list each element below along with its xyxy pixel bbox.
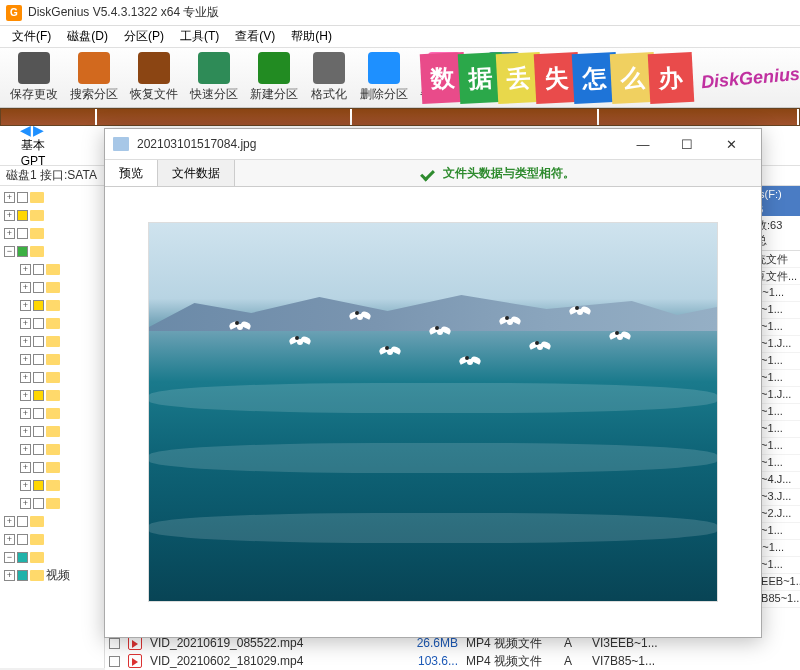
tree-toggle-icon[interactable]: + <box>20 390 31 401</box>
tree-checkbox[interactable] <box>17 228 28 239</box>
tree-checkbox[interactable] <box>33 462 44 473</box>
tree-row[interactable]: + <box>0 458 104 476</box>
tree-row[interactable]: − <box>0 242 104 260</box>
tree-checkbox[interactable] <box>33 444 44 455</box>
disk-map-segment[interactable] <box>352 109 599 125</box>
tree-toggle-icon[interactable]: + <box>4 534 15 545</box>
toolbar-label: 格式化 <box>311 86 347 103</box>
disk-map[interactable] <box>0 108 800 126</box>
tree-toggle-icon[interactable]: + <box>4 516 15 527</box>
table-row[interactable]: VID_20210602_181029.mp4103.6...MP4 视频文件A… <box>105 652 800 670</box>
tree-checkbox[interactable] <box>33 282 44 293</box>
tree-checkbox[interactable] <box>17 552 28 563</box>
row-checkbox[interactable] <box>109 638 120 649</box>
tree-row[interactable]: + <box>0 404 104 422</box>
menu-tools[interactable]: 工具(T) <box>172 26 227 47</box>
menu-partition[interactable]: 分区(P) <box>116 26 172 47</box>
tree-row[interactable]: + <box>0 512 104 530</box>
tree-checkbox[interactable] <box>17 570 28 581</box>
tree-checkbox[interactable] <box>17 516 28 527</box>
promo-banner: 数据丢失怎么办 DiskGenius <box>427 48 800 108</box>
tree-toggle-icon[interactable]: + <box>20 462 31 473</box>
tree-checkbox[interactable] <box>17 534 28 545</box>
tree-toggle-icon[interactable]: − <box>4 552 15 563</box>
tree-toggle-icon[interactable]: − <box>4 246 15 257</box>
tree-toggle-icon[interactable]: + <box>20 318 31 329</box>
toolbar-button-1[interactable]: 搜索分区 <box>64 50 124 105</box>
disk-map-segment[interactable] <box>599 109 799 125</box>
tree-checkbox[interactable] <box>33 480 44 491</box>
tree-toggle-icon[interactable]: + <box>20 336 31 347</box>
menu-view[interactable]: 查看(V) <box>227 26 283 47</box>
toolbar-button-0[interactable]: 保存更改 <box>4 50 64 105</box>
tree-toggle-icon[interactable]: + <box>20 300 31 311</box>
file-name: VID_20210619_085522.mp4 <box>150 636 390 650</box>
tree-row[interactable]: + <box>0 314 104 332</box>
tree-row[interactable]: + <box>0 188 104 206</box>
tree-row[interactable]: − <box>0 548 104 566</box>
maximize-button[interactable]: ☐ <box>665 130 709 158</box>
toolbar-button-3[interactable]: 快速分区 <box>184 50 244 105</box>
tree-checkbox[interactable] <box>33 408 44 419</box>
tree-row[interactable]: + <box>0 278 104 296</box>
tree-row[interactable]: + <box>0 494 104 512</box>
tree-row[interactable]: + <box>0 440 104 458</box>
tree-toggle-icon[interactable]: + <box>4 228 15 239</box>
nav-arrows-icon[interactable]: ◀▶ <box>20 122 46 138</box>
tree-checkbox[interactable] <box>33 426 44 437</box>
tree-toggle-icon[interactable]: + <box>20 498 31 509</box>
tree-row[interactable]: + <box>0 206 104 224</box>
tree-row[interactable]: + <box>0 260 104 278</box>
tree-toggle-icon[interactable]: + <box>20 408 31 419</box>
tree-checkbox[interactable] <box>17 246 28 257</box>
toolbar-button-2[interactable]: 恢复文件 <box>124 50 184 105</box>
tree-row[interactable]: + <box>0 332 104 350</box>
disk-map-segment[interactable] <box>97 109 352 125</box>
tree-checkbox[interactable] <box>17 210 28 221</box>
tree-checkbox[interactable] <box>17 192 28 203</box>
folder-tree[interactable]: +++−++++++++++++++++−+视频 <box>0 186 105 668</box>
tree-checkbox[interactable] <box>33 318 44 329</box>
minimize-button[interactable]: — <box>621 130 665 158</box>
tree-checkbox[interactable] <box>33 300 44 311</box>
tree-row[interactable]: + <box>0 350 104 368</box>
menu-help[interactable]: 帮助(H) <box>283 26 340 47</box>
tree-row[interactable]: + <box>0 530 104 548</box>
tree-row[interactable]: + <box>0 422 104 440</box>
toolbar-button-6[interactable]: 删除分区 <box>354 50 414 105</box>
preview-dialog: 202103101517084.jpg — ☐ ✕ 预览 文件数据 文件头数据与… <box>104 128 762 638</box>
tree-row[interactable]: +视频 <box>0 566 104 584</box>
tree-toggle-icon[interactable]: + <box>20 444 31 455</box>
tree-toggle-icon[interactable]: + <box>4 192 15 203</box>
tree-row[interactable]: + <box>0 368 104 386</box>
tree-row[interactable]: + <box>0 224 104 242</box>
toolbar-button-5[interactable]: 格式化 <box>304 50 354 105</box>
toolbar-button-4[interactable]: 新建分区 <box>244 50 304 105</box>
row-checkbox[interactable] <box>109 656 120 667</box>
tree-toggle-icon[interactable]: + <box>20 354 31 365</box>
tree-toggle-icon[interactable]: + <box>20 426 31 437</box>
menu-disk[interactable]: 磁盘(D) <box>59 26 116 47</box>
disk-map-segment[interactable] <box>1 109 97 125</box>
tree-toggle-icon[interactable]: + <box>4 210 15 221</box>
tab-filedata[interactable]: 文件数据 <box>158 160 235 186</box>
menu-file[interactable]: 文件(F) <box>4 26 59 47</box>
tree-checkbox[interactable] <box>33 354 44 365</box>
tree-checkbox[interactable] <box>33 336 44 347</box>
tree-row[interactable]: + <box>0 476 104 494</box>
tree-checkbox[interactable] <box>33 498 44 509</box>
tree-toggle-icon[interactable]: + <box>20 480 31 491</box>
close-button[interactable]: ✕ <box>709 130 753 158</box>
tree-toggle-icon[interactable]: + <box>4 570 15 581</box>
tree-row[interactable]: + <box>0 296 104 314</box>
dialog-titlebar[interactable]: 202103101517084.jpg — ☐ ✕ <box>105 129 761 159</box>
tree-checkbox[interactable] <box>33 264 44 275</box>
tree-row[interactable]: + <box>0 386 104 404</box>
tree-checkbox[interactable] <box>33 390 44 401</box>
tab-preview[interactable]: 预览 <box>105 160 158 186</box>
tree-toggle-icon[interactable]: + <box>20 282 31 293</box>
tree-checkbox[interactable] <box>33 372 44 383</box>
folder-icon <box>30 534 44 545</box>
tree-toggle-icon[interactable]: + <box>20 372 31 383</box>
tree-toggle-icon[interactable]: + <box>20 264 31 275</box>
